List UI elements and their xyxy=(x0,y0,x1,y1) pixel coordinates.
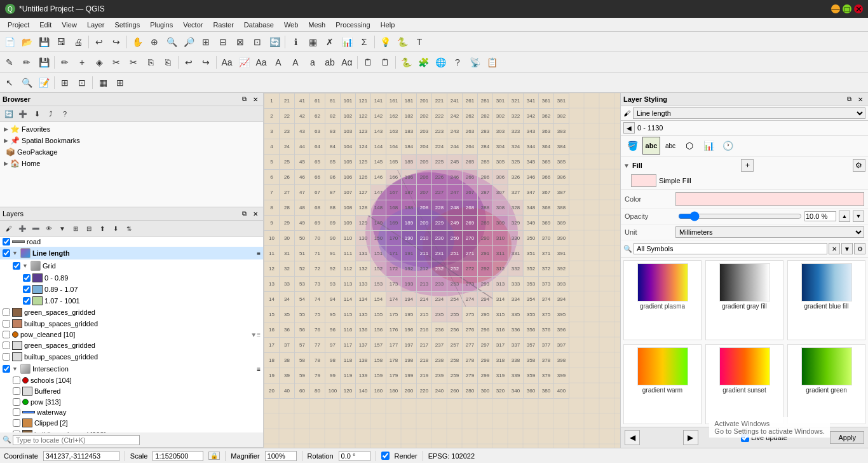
map-area[interactable]: 1214161811011211411611812012212412612813… xyxy=(264,93,620,448)
copy-features-btn[interactable]: ⎘ xyxy=(142,54,159,71)
opacity-down-btn[interactable]: ▼ xyxy=(853,211,864,222)
layer-schools[interactable]: schools [104] xyxy=(0,375,263,385)
zoom-native-btn[interactable]: ⊡ xyxy=(249,34,266,50)
browser-help-btn[interactable]: ? xyxy=(58,107,71,120)
menu-mesh[interactable]: Mesh xyxy=(303,20,330,30)
magnifier-input[interactable] xyxy=(265,451,297,461)
layer-waterway-checkbox[interactable] xyxy=(13,408,20,416)
stats-btn[interactable]: 📊 xyxy=(339,34,355,50)
layer-builtup[interactable]: builtup_spaces_gridded xyxy=(0,318,263,329)
layer-grid-0[interactable]: 0 - 0.89 xyxy=(0,272,263,284)
symbol-search-clear-btn[interactable]: ✕ xyxy=(829,243,840,254)
layers-float-btn[interactable]: ⧉ xyxy=(239,209,249,219)
layer-road-checkbox[interactable] xyxy=(3,238,10,245)
apply-button[interactable]: Apply xyxy=(830,431,864,444)
label-style-2-btn[interactable]: abc xyxy=(661,137,679,155)
layer-line-length[interactable]: ▼ Line length ≡ xyxy=(0,247,263,259)
layers-expand-btn[interactable]: ⊞ xyxy=(69,222,82,235)
layers-open-style-btn[interactable]: 🖌 xyxy=(3,222,15,235)
styling-prev-btn[interactable]: ◀ xyxy=(623,122,635,134)
annotation2-btn[interactable]: 🗒 xyxy=(377,54,393,71)
label-btn[interactable]: Aa xyxy=(219,54,235,71)
styling-forward-btn[interactable]: ▶ xyxy=(683,430,698,445)
add-feature-btn[interactable]: + xyxy=(74,54,90,71)
layer-line-length-checkbox[interactable] xyxy=(3,249,10,257)
menu-web[interactable]: Web xyxy=(279,20,303,30)
select-btn[interactable]: ▦ xyxy=(304,34,321,50)
layer-intersection-checkbox[interactable] xyxy=(3,365,10,373)
plugin2-btn[interactable]: 🧩 xyxy=(415,54,431,71)
menu-project[interactable]: Project xyxy=(3,20,34,30)
layer-pow-cleaned[interactable]: pow_cleaned [10] ▼≡ xyxy=(0,329,263,340)
rotation-input[interactable] xyxy=(339,451,370,461)
map-canvas[interactable]: 1214161811011211411611812012212412612813… xyxy=(264,93,620,448)
label-style-btn[interactable]: abc xyxy=(642,137,660,155)
browser-filter-btn[interactable]: ⬇ xyxy=(31,107,43,120)
color-picker-btn[interactable] xyxy=(675,192,864,206)
layer-grid-1[interactable]: 0.89 - 1.07 xyxy=(0,284,263,295)
styling-layer-dropdown[interactable]: Line length xyxy=(633,107,865,119)
live-update-checkbox[interactable] xyxy=(741,434,749,442)
label6-btn[interactable]: ab xyxy=(322,54,338,71)
history-btn[interactable]: 🕐 xyxy=(719,137,736,155)
help2-btn[interactable]: ? xyxy=(449,54,466,71)
symbol-purple2[interactable]: gradient sunset xyxy=(705,344,783,424)
layer-waterway[interactable]: waterway xyxy=(0,407,263,417)
undo-btn[interactable]: ↩ xyxy=(91,34,107,50)
zoom-full-btn[interactable]: ⊞ xyxy=(198,34,214,50)
report-btn[interactable]: 📋 xyxy=(484,54,500,71)
window-controls[interactable]: — □ ✕ xyxy=(831,4,863,13)
browser-home[interactable]: ▶ 🏠 Home xyxy=(1,158,262,169)
pan-btn[interactable]: ✋ xyxy=(129,34,146,50)
3d-style-btn[interactable]: ⬡ xyxy=(681,137,698,155)
styling-close-btn[interactable]: ✕ xyxy=(855,94,865,104)
opacity-up-btn[interactable]: ▲ xyxy=(839,211,850,222)
new-project-btn[interactable]: 📄 xyxy=(1,34,18,50)
layer-green-spaces[interactable]: green_spaces_gridded xyxy=(0,307,263,318)
label2-btn[interactable]: Aa xyxy=(253,54,269,71)
layers-add-btn[interactable]: ➕ xyxy=(16,222,29,235)
paint-bucket-icon-btn[interactable]: 🪣 xyxy=(623,137,641,155)
locate-input[interactable] xyxy=(13,435,140,445)
coordinate-input[interactable] xyxy=(43,451,119,461)
layers-panel-controls[interactable]: ⧉ ✕ xyxy=(239,209,261,219)
menu-database[interactable]: Database xyxy=(239,20,279,30)
scale-input[interactable] xyxy=(153,451,203,461)
locate-btn[interactable]: 🔍 xyxy=(18,74,35,91)
layers-down-btn[interactable]: ⬇ xyxy=(109,222,122,235)
digitize-btn[interactable]: ✏ xyxy=(57,54,73,71)
layer-grid[interactable]: ▼ Grid xyxy=(0,259,263,272)
layer-pow[interactable]: pow [313] xyxy=(0,397,263,407)
layer-road[interactable]: road xyxy=(0,237,263,247)
layer-schools-checkbox[interactable] xyxy=(13,377,20,384)
zoom-out-btn[interactable]: 🔎 xyxy=(180,34,197,50)
label5-btn[interactable]: a xyxy=(304,54,321,71)
vertex-tool-btn[interactable]: ◈ xyxy=(91,54,107,71)
filter2-btn[interactable]: ⊞ xyxy=(112,74,128,91)
browser-float-btn[interactable]: ⧉ xyxy=(239,94,249,104)
layer-green-spaces-checkbox[interactable] xyxy=(3,308,10,316)
menu-layer[interactable]: Layer xyxy=(82,20,110,30)
save-as-btn[interactable]: 🖫 xyxy=(53,34,69,50)
menu-help[interactable]: Help xyxy=(376,20,400,30)
undo-edit-btn[interactable]: ↩ xyxy=(180,54,197,71)
layer-builtup-2-checkbox[interactable] xyxy=(3,353,10,361)
layers-toggle-btn[interactable]: 👁 xyxy=(43,222,55,235)
menu-view[interactable]: View xyxy=(57,20,82,30)
calc-btn[interactable]: Σ xyxy=(356,34,372,50)
layer-intersection-settings-btn[interactable]: ≡ xyxy=(257,366,261,373)
menu-settings[interactable]: Settings xyxy=(109,20,145,30)
symbol-orange[interactable]: gradient warm xyxy=(623,344,702,424)
label3-btn[interactable]: A xyxy=(270,54,287,71)
minimize-button[interactable]: — xyxy=(831,4,840,13)
cut-features-btn[interactable]: ✂ xyxy=(125,54,142,71)
symbol-gradient-plasma[interactable]: gradient plasma xyxy=(623,260,702,340)
layer-builtup-2[interactable]: builtup_spaces_gridded xyxy=(0,351,263,363)
current-edits-btn[interactable]: ✎ xyxy=(1,54,18,71)
browser-collapse-btn[interactable]: ⤴ xyxy=(44,107,57,120)
browser-panel-controls[interactable]: ⧉ ✕ xyxy=(239,94,261,104)
gps-btn[interactable]: 📡 xyxy=(466,54,483,71)
fill-settings-btn[interactable]: ⚙ xyxy=(853,159,865,172)
pan-to-sel-btn[interactable]: ⊕ xyxy=(146,34,163,50)
form-btn[interactable]: 📝 xyxy=(36,74,52,91)
